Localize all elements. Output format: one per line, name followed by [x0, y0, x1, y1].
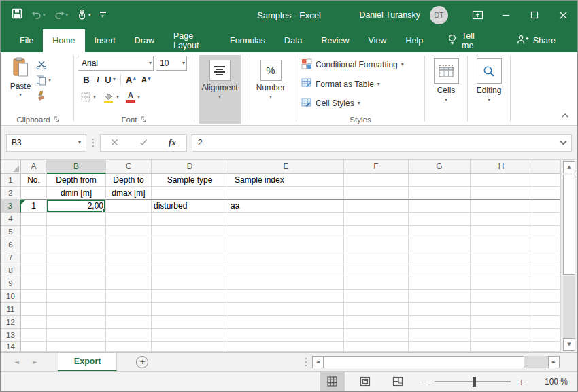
italic-button[interactable]: I [92, 74, 103, 85]
cell-D-3[interactable]: disturbed [152, 200, 228, 213]
column-header-F[interactable]: F [344, 160, 409, 174]
row-header-14[interactable]: 14 [1, 342, 21, 352]
save-icon[interactable] [12, 8, 22, 22]
cell-H-8[interactable] [471, 264, 532, 277]
cell-H-2[interactable] [471, 187, 532, 200]
row-header-2[interactable]: 2 [1, 187, 21, 200]
cell-extra-2[interactable] [532, 187, 560, 200]
cell-C-10[interactable] [106, 290, 152, 303]
horizontal-scrollbar[interactable]: ◄ ► [312, 356, 560, 368]
row-header-7[interactable]: 7 [1, 251, 21, 264]
cell-E-6[interactable] [228, 238, 344, 251]
cell-H-5[interactable] [471, 226, 532, 238]
underline-dropdown-caret[interactable]: ▾ [113, 77, 116, 82]
column-header-C[interactable]: C [106, 160, 152, 174]
horizontal-scrollbar-thumb[interactable] [324, 356, 524, 368]
cell-E-10[interactable] [228, 290, 344, 303]
cell-extra-3[interactable] [532, 200, 560, 213]
previous-sheet-icon[interactable]: ◄ [14, 359, 19, 366]
cell-G-10[interactable] [409, 290, 471, 303]
cell-G-2[interactable] [409, 187, 471, 200]
cell-H-3[interactable] [471, 200, 532, 213]
alignment-button[interactable]: Alignment ▾ [199, 55, 241, 124]
redo-button[interactable]: ▾ [54, 10, 69, 20]
user-avatar[interactable]: DT [430, 6, 448, 24]
cell-A-5[interactable] [21, 226, 47, 238]
cell-A-13[interactable] [21, 329, 47, 342]
row-header-1[interactable]: 1 [1, 174, 21, 187]
editing-dropdown-caret[interactable]: ▾ [488, 97, 490, 103]
cell-C-11[interactable] [106, 303, 152, 316]
cell-D-1[interactable]: Sample type [152, 174, 228, 187]
vertical-scrollbar[interactable]: ▲ ▼ [560, 160, 577, 352]
cell-extra-11[interactable] [532, 303, 560, 316]
cell-E-12[interactable] [228, 316, 344, 329]
format-as-table-button[interactable]: Format as Table ▾ [301, 77, 422, 92]
cell-G-8[interactable] [409, 264, 471, 277]
cell-D-9[interactable] [152, 277, 228, 290]
cell-H-12[interactable] [471, 316, 532, 329]
cell-B-13[interactable] [47, 329, 106, 342]
row-header-4[interactable]: 4 [1, 213, 21, 226]
cell-A-11[interactable] [21, 303, 47, 316]
scroll-left-icon[interactable]: ◄ [312, 356, 324, 368]
underline-button[interactable]: U [103, 75, 113, 85]
decrease-font-size-button[interactable]: A▼ [141, 75, 151, 84]
cell-D-11[interactable] [152, 303, 228, 316]
zoom-slider-thumb[interactable] [473, 377, 476, 387]
column-header-E[interactable]: E [228, 160, 344, 174]
cell-E-2[interactable] [228, 187, 344, 200]
cell-A-9[interactable] [21, 277, 47, 290]
cell-F-12[interactable] [344, 316, 409, 329]
column-header-B[interactable]: B [47, 160, 106, 174]
editing-button[interactable]: Editing ▾ [472, 55, 506, 124]
row-header-12[interactable]: 12 [1, 316, 21, 329]
cell-F-3[interactable] [344, 200, 409, 213]
copy-button[interactable]: ▾ [36, 75, 51, 86]
cell-D-10[interactable] [152, 290, 228, 303]
collapse-ribbon-icon[interactable] [561, 109, 569, 121]
page-break-preview-button[interactable] [386, 372, 410, 391]
copy-dropdown-caret[interactable]: ▾ [48, 77, 51, 83]
cell-A-12[interactable] [21, 316, 47, 329]
cell-B-14[interactable] [47, 342, 106, 352]
fill-handle[interactable] [102, 209, 105, 212]
share-button[interactable]: Share [513, 29, 560, 52]
scroll-down-icon[interactable]: ▼ [563, 338, 575, 351]
cell-D-8[interactable] [152, 264, 228, 277]
cell-B-7[interactable] [47, 251, 106, 264]
cell-A-7[interactable] [21, 251, 47, 264]
cell-F-6[interactable] [344, 238, 409, 251]
cell-B-6[interactable] [47, 238, 106, 251]
cancel-icon[interactable] [111, 137, 118, 149]
cut-button[interactable] [36, 59, 51, 70]
cell-B-5[interactable] [47, 226, 106, 238]
column-header-A[interactable]: A [21, 160, 47, 174]
close-button[interactable] [549, 1, 577, 29]
tab-help[interactable]: Help [396, 29, 432, 52]
cell-B-3[interactable]: 2,00 [47, 200, 106, 213]
cell-E-7[interactable] [228, 251, 344, 264]
cell-D-13[interactable] [152, 329, 228, 342]
row-header-5[interactable]: 5 [1, 226, 21, 238]
font-dialog-launcher-icon[interactable] [141, 115, 147, 124]
cell-G-13[interactable] [409, 329, 471, 342]
row-header-13[interactable]: 13 [1, 329, 21, 342]
tab-formulas[interactable]: Formulas [220, 29, 275, 52]
touch-mode-caret[interactable]: ▾ [88, 12, 91, 18]
cell-A-4[interactable] [21, 213, 47, 226]
cell-F-11[interactable] [344, 303, 409, 316]
cell-G-3[interactable] [409, 200, 471, 213]
cell-D-2[interactable] [152, 187, 228, 200]
cell-H-6[interactable] [471, 238, 532, 251]
select-all-button[interactable] [1, 160, 21, 174]
cell-C-4[interactable] [106, 213, 152, 226]
minimize-button[interactable] [492, 1, 520, 29]
scroll-right-icon[interactable]: ► [548, 356, 560, 368]
cell-H-11[interactable] [471, 303, 532, 316]
cell-F-9[interactable] [344, 277, 409, 290]
cell-B-12[interactable] [47, 316, 106, 329]
undo-button[interactable]: ▾ [31, 10, 46, 20]
cell-G-4[interactable] [409, 213, 471, 226]
cell-C-6[interactable] [106, 238, 152, 251]
